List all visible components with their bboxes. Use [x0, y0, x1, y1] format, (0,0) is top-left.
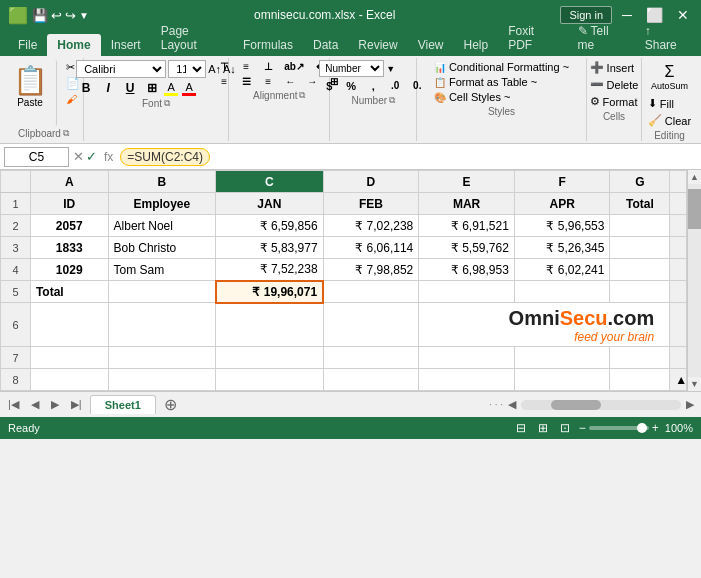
cell-e7[interactable] — [419, 347, 515, 369]
cell-d6[interactable] — [323, 303, 419, 347]
cell-styles-button[interactable]: 🎨 Cell Styles ~ — [430, 90, 573, 104]
tab-share[interactable]: ↑ Share — [635, 20, 693, 56]
tab-home[interactable]: Home — [47, 34, 100, 56]
cell-b1[interactable]: Employee — [108, 193, 216, 215]
cell-b6[interactable] — [108, 303, 216, 347]
cell-d5[interactable] — [323, 281, 419, 303]
cell-c1[interactable]: JAN — [216, 193, 324, 215]
cell-b5[interactable] — [108, 281, 216, 303]
fill-button[interactable]: ⬇Fill — [644, 96, 695, 111]
tab-data[interactable]: Data — [303, 34, 348, 56]
normal-view-button[interactable]: ⊟ — [513, 420, 529, 436]
cell-a5[interactable]: Total — [30, 281, 108, 303]
italic-button[interactable]: I — [98, 80, 118, 96]
horizontal-scroll-track[interactable] — [521, 400, 681, 410]
format-as-table-button[interactable]: 📋 Format as Table ~ — [430, 75, 573, 89]
row-num-4[interactable]: 4 — [1, 259, 31, 281]
cell-b3[interactable]: Bob Christo — [108, 237, 216, 259]
row-num-3[interactable]: 3 — [1, 237, 31, 259]
undo-icon[interactable]: ↩ — [51, 8, 62, 23]
tab-formulas[interactable]: Formulas — [233, 34, 303, 56]
cell-e4[interactable]: ₹ 6,98,953 — [419, 259, 515, 281]
decrease-indent-button[interactable]: ← — [280, 75, 300, 88]
cancel-formula-icon[interactable]: ✕ — [73, 149, 84, 164]
accounting-format-button[interactable]: $ — [319, 79, 339, 93]
cell-g2[interactable] — [610, 215, 670, 237]
font-expand-icon[interactable]: ⧉ — [164, 98, 170, 109]
col-header-d[interactable]: D — [323, 171, 419, 193]
align-top-button[interactable]: ⊤ — [214, 60, 234, 73]
col-header-a[interactable]: A — [30, 171, 108, 193]
fill-color-button[interactable]: A — [164, 81, 178, 96]
cell-f5[interactable] — [514, 281, 610, 303]
scroll-down-button[interactable]: ▼ — [690, 377, 699, 391]
tab-view[interactable]: View — [408, 34, 454, 56]
cell-b2[interactable]: Albert Noel — [108, 215, 216, 237]
cell-f8[interactable] — [514, 369, 610, 391]
cell-e3[interactable]: ₹ 5,59,762 — [419, 237, 515, 259]
cell-c3[interactable]: ₹ 5,83,977 — [216, 237, 324, 259]
cell-c6[interactable] — [216, 303, 324, 347]
cell-d8[interactable] — [323, 369, 419, 391]
cell-d3[interactable]: ₹ 6,06,114 — [323, 237, 419, 259]
cell-d7[interactable] — [323, 347, 419, 369]
clipboard-expand-icon[interactable]: ⧉ — [63, 128, 69, 139]
cell-c8[interactable] — [216, 369, 324, 391]
col-header-f[interactable]: F — [514, 171, 610, 193]
save-icon[interactable]: 💾 — [32, 8, 48, 23]
cell-a7[interactable] — [30, 347, 108, 369]
redo-icon[interactable]: ↪ — [65, 8, 76, 23]
sheet-nav-first[interactable]: |◀ — [4, 396, 23, 413]
cell-a2[interactable]: 2057 — [30, 215, 108, 237]
row-num-2[interactable]: 2 — [1, 215, 31, 237]
comma-button[interactable]: , — [363, 79, 383, 93]
sheet-tab-1[interactable]: Sheet1 — [90, 395, 156, 414]
zoom-thumb[interactable] — [637, 423, 647, 433]
format-cells-button[interactable]: ⚙Format — [586, 94, 643, 109]
row-num-5[interactable]: 5 — [1, 281, 31, 303]
cell-a3[interactable]: 1833 — [30, 237, 108, 259]
cell-g5[interactable] — [610, 281, 670, 303]
number-expand-icon[interactable]: ⧉ — [389, 95, 395, 106]
tab-tell-me[interactable]: ✎ Tell me — [568, 20, 635, 56]
insert-cells-button[interactable]: ➕Insert — [586, 60, 643, 75]
cell-c7[interactable] — [216, 347, 324, 369]
cell-e5[interactable] — [419, 281, 515, 303]
cell-d1[interactable]: FEB — [323, 193, 419, 215]
cell-g1[interactable]: Total — [610, 193, 670, 215]
conditional-formatting-button[interactable]: 📊 Conditional Formatting ~ — [430, 60, 573, 74]
page-break-view-button[interactable]: ⊡ — [557, 420, 573, 436]
tab-help[interactable]: Help — [454, 34, 499, 56]
cell-g4[interactable] — [610, 259, 670, 281]
cell-f3[interactable]: ₹ 5,26,345 — [514, 237, 610, 259]
align-right-button[interactable]: ≡ — [258, 75, 278, 88]
tab-review[interactable]: Review — [348, 34, 407, 56]
number-format-select[interactable]: Number — [319, 60, 384, 77]
row-num-6[interactable]: 6 — [1, 303, 31, 347]
cell-d2[interactable]: ₹ 7,02,238 — [323, 215, 419, 237]
page-layout-view-button[interactable]: ⊞ — [535, 420, 551, 436]
cell-a8[interactable] — [30, 369, 108, 391]
confirm-formula-icon[interactable]: ✓ — [86, 149, 97, 164]
cell-b8[interactable] — [108, 369, 216, 391]
formula-input[interactable]: =SUM(C2:C4) — [120, 148, 210, 166]
cell-f7[interactable] — [514, 347, 610, 369]
align-left-button[interactable]: ≡ — [214, 75, 234, 88]
orientation-button[interactable]: ab↗ — [280, 60, 308, 73]
number-format-dropdown-icon[interactable]: ▼ — [386, 64, 395, 74]
percent-button[interactable]: % — [341, 79, 361, 93]
cell-a1[interactable]: ID — [30, 193, 108, 215]
zoom-in-icon[interactable]: + — [652, 421, 659, 435]
cell-e2[interactable]: ₹ 6,91,521 — [419, 215, 515, 237]
cell-f1[interactable]: APR — [514, 193, 610, 215]
font-color-button[interactable]: A — [182, 81, 196, 96]
cell-b4[interactable]: Tom Sam — [108, 259, 216, 281]
row-num-1[interactable]: 1 — [1, 193, 31, 215]
delete-cells-button[interactable]: ➖Delete — [586, 77, 643, 92]
zoom-track[interactable] — [589, 426, 649, 430]
sheet-nav-next[interactable]: ▶ — [47, 396, 63, 413]
align-bottom-button[interactable]: ⊥ — [258, 60, 278, 73]
add-sheet-button[interactable]: ⊕ — [160, 395, 181, 414]
scroll-up-button[interactable]: ▲ — [690, 170, 699, 184]
hscroll-right[interactable]: ▶ — [683, 398, 697, 411]
